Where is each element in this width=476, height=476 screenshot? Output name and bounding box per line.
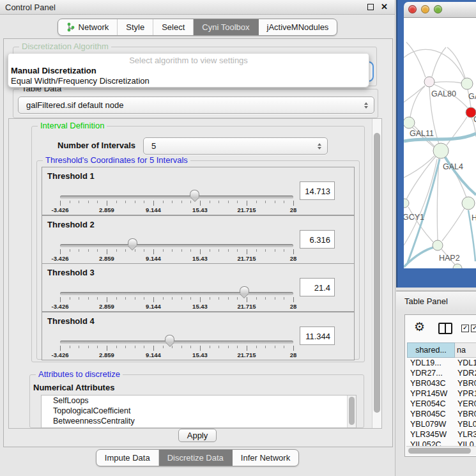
slider-thumb[interactable] (165, 335, 174, 346)
table-row[interactable]: YDR27...YDR2 (407, 369, 476, 379)
apply-button[interactable]: Apply (178, 429, 217, 442)
node-table-card: ⚙ ✓ ✓ shared...na YDL19...YDL1YDR27...YD… (404, 314, 476, 457)
column-header[interactable]: na (455, 342, 476, 358)
slider-track[interactable] (60, 196, 293, 199)
tab-discretize-data[interactable]: Discretize Data (158, 450, 232, 466)
threshold-panel-2: Threshold 2-3.4262.8599.14415.4321.71528… (42, 215, 355, 264)
tick-label: 21.715 (237, 303, 256, 310)
screenshot-root: Control Panel ✕ NetworkStyleSelectCyni T… (0, 0, 476, 476)
threshold-value-field[interactable]: 6.316 (300, 230, 335, 249)
network-edge[interactable] (404, 49, 464, 79)
attributes-scrollbar[interactable] (347, 395, 356, 427)
tick-label: 15.43 (192, 351, 208, 358)
network-edge[interactable] (442, 208, 464, 241)
network-edge[interactable] (434, 82, 462, 83)
slider-thumb[interactable] (240, 286, 249, 297)
network-node[interactable] (453, 264, 462, 268)
threshold-label: Threshold 4 (47, 316, 95, 326)
threshold-value-field[interactable]: 21.4 (300, 278, 335, 296)
threshold-value-field[interactable]: 14.713 (300, 181, 335, 200)
network-node-gal11[interactable] (404, 117, 415, 128)
zoom-traffic-light[interactable] (434, 5, 442, 13)
tab-label: Impute Data (105, 453, 150, 463)
network-node-gal80[interactable] (424, 77, 434, 87)
table-rows: YDL19...YDL1YDR27...YDR2YBR043CYBR0YPR14… (407, 358, 476, 450)
node-label: GAL11 (410, 129, 434, 138)
node-label: HAP2 (439, 254, 460, 263)
network-edge[interactable] (404, 156, 434, 178)
table-row[interactable]: YDL19...YDL1 (407, 358, 476, 369)
tab-network[interactable]: Network (58, 19, 118, 35)
scrollbar-thumb[interactable] (349, 397, 355, 425)
attribute-item[interactable]: BetweennessCentrality (42, 416, 356, 426)
table-row[interactable]: YBR043CYBR0 (407, 379, 476, 389)
slider-track[interactable] (60, 292, 293, 295)
table-panel-header: Table Panel (396, 291, 476, 312)
checkbox-icon[interactable]: ✓ (471, 325, 476, 332)
slider-thumb[interactable] (128, 238, 137, 249)
number-of-intervals-combobox[interactable]: 5 (143, 137, 328, 155)
network-edge[interactable] (404, 86, 425, 102)
panel-vertical-scrollbar[interactable] (372, 119, 381, 428)
columns-icon[interactable] (438, 323, 452, 334)
minimize-traffic-light[interactable] (421, 5, 429, 13)
network-edge-highlighted[interactable] (404, 247, 434, 267)
network-edge[interactable] (447, 117, 467, 145)
slider-track[interactable] (60, 244, 293, 247)
algorithm-option[interactable]: Equal Width/Frequency Discretization (10, 76, 150, 86)
network-node-gcy1[interactable] (404, 199, 409, 208)
slider-thumb[interactable] (190, 190, 199, 201)
gear-icon[interactable]: ⚙ (414, 319, 425, 334)
table-horizontal-scrollbar[interactable] (406, 446, 476, 455)
network-edge[interactable] (447, 47, 465, 78)
bottom-tab-control: Impute DataDiscretize DataInfer Network (96, 449, 299, 466)
table-row[interactable]: YBL079WYBL0 (407, 420, 476, 430)
network-node-hap2[interactable] (433, 240, 443, 250)
tab-style[interactable]: Style (117, 19, 153, 35)
tab-label: Style (126, 22, 144, 32)
table-data-combobox[interactable]: galFiltered.sif default node (18, 96, 374, 114)
tick-label: 9.144 (146, 206, 161, 213)
checkbox-icon[interactable]: ✓ (461, 325, 469, 332)
tab-cyni-toolbox[interactable]: Cyni Toolbox (193, 19, 257, 35)
close-traffic-light[interactable] (408, 5, 417, 13)
slider-track[interactable] (60, 341, 293, 344)
network-edge[interactable] (406, 42, 426, 77)
float-window-icon[interactable] (367, 4, 374, 10)
network-edge[interactable] (410, 86, 425, 117)
attribute-item[interactable]: SelfLoops (42, 395, 356, 406)
network-edge[interactable] (432, 47, 446, 77)
numerical-attributes-list[interactable]: SelfLoopsTopologicalCoefficientBetweenne… (41, 395, 357, 428)
table-row[interactable]: YPR145WYPR1 (407, 389, 476, 399)
scrollbar-thumb[interactable] (374, 133, 380, 413)
cell-name: YPR1 (455, 389, 476, 399)
tab-label: Discretize Data (167, 453, 224, 463)
close-icon[interactable]: ✕ (381, 2, 388, 12)
table-row[interactable]: YLR345WYLR3 (407, 430, 476, 440)
threshold-value-field[interactable]: 11.344 (300, 326, 335, 345)
algorithm-option[interactable]: Manual Discretization (10, 66, 96, 76)
slider-ticks (60, 346, 293, 351)
tab-infer-network[interactable]: Infer Network (232, 450, 298, 466)
scrollbar-thumb[interactable] (408, 448, 471, 454)
tick-label: -3.426 (52, 206, 69, 213)
table-row[interactable]: YBR045CYBR0 (407, 410, 476, 420)
column-header[interactable]: shared... (407, 342, 455, 358)
table-row[interactable]: YER054CYER0 (407, 399, 476, 410)
attributes-group: Attributes to discretize Numerical Attri… (29, 374, 364, 428)
threshold-label: Threshold 2 (47, 220, 95, 229)
network-node-gal4[interactable] (433, 143, 449, 158)
cell-name: YDR2 (455, 369, 476, 379)
tab-select[interactable]: Select (153, 19, 193, 35)
network-node-ga[interactable] (461, 78, 473, 89)
cell-shared-name: YBR045C (407, 410, 455, 420)
tab-label: Cyni Toolbox (202, 22, 249, 32)
tab-impute-data[interactable]: Impute Data (96, 450, 158, 466)
cell-name: YER0 (455, 399, 476, 410)
tab-jactivemnodules[interactable]: jActiveMNodules (258, 19, 337, 35)
tick-label: 28 (290, 255, 297, 262)
attribute-item[interactable]: TopologicalCoefficient (42, 406, 356, 416)
table-panel-body: ⚙ ✓ ✓ shared...na YDL19...YDL1YDR27...YD… (396, 311, 476, 476)
network-node-h[interactable] (462, 197, 475, 210)
network-canvas[interactable]: GAL80GACGAL11GAL4GCY1HHAP2 (404, 18, 476, 268)
